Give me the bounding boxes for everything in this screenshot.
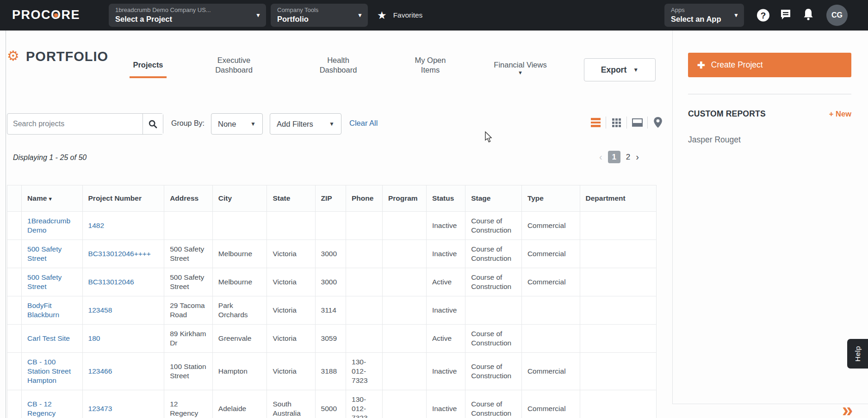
- number-link[interactable]: 123466: [88, 367, 112, 375]
- clear-all-link[interactable]: Clear All: [349, 119, 378, 128]
- pagination-prev-icon[interactable]: ‹: [599, 152, 602, 162]
- cell-type: Commercial: [521, 240, 580, 268]
- bell-icon[interactable]: [802, 8, 814, 23]
- number-link[interactable]: BC313012046++++: [88, 250, 151, 258]
- cell-stage: Course of Construction: [465, 353, 522, 390]
- apps-dropdown[interactable]: Apps Select an App ▼: [664, 4, 744, 27]
- add-filters-dropdown[interactable]: Add Filters ▼: [270, 113, 341, 135]
- cell-flag: [7, 296, 22, 325]
- tab-financial-views-label: Financial Views: [494, 61, 546, 69]
- column-header-phone[interactable]: Phone: [346, 185, 383, 212]
- column-header-status[interactable]: Status: [426, 185, 465, 212]
- tab-projects[interactable]: Projects: [127, 60, 169, 70]
- cell-status: Inactive: [426, 240, 465, 268]
- tab-health-dashboard[interactable]: Health Dashboard: [313, 55, 364, 75]
- cell-flag: [7, 212, 22, 240]
- table-row: 1Breadcrumb Demo1482InactiveCourse of Co…: [7, 212, 657, 240]
- cell-name: CB - 12 Regency: [22, 390, 82, 418]
- name-link[interactable]: BodyFit Blackburn: [27, 301, 59, 319]
- cell-number: 180: [82, 325, 164, 353]
- cell-zip: 3000: [315, 268, 346, 296]
- column-header-program[interactable]: Program: [382, 185, 426, 212]
- sidebar-section-divider: [688, 94, 851, 94]
- number-link[interactable]: 180: [88, 334, 100, 342]
- expand-chevrons-icon[interactable]: »: [842, 400, 853, 418]
- cell-address: [164, 212, 213, 240]
- column-header-zip[interactable]: ZIP: [315, 185, 346, 212]
- name-link[interactable]: 1Breadcrumb Demo: [27, 217, 70, 234]
- cell-phone: 130-012-7323: [346, 390, 383, 418]
- chat-icon[interactable]: [779, 8, 792, 23]
- name-link[interactable]: CB - 12 Regency: [27, 400, 56, 417]
- map-view-icon[interactable]: [652, 117, 664, 129]
- procore-logo[interactable]: PROCORE: [12, 8, 80, 22]
- cell-program: [382, 212, 426, 240]
- cell-type: Commercial: [521, 390, 580, 418]
- cell-status: Inactive: [426, 212, 465, 240]
- cell-phone: [346, 212, 383, 240]
- chevron-down-icon: ▼: [250, 121, 256, 127]
- number-link[interactable]: 123473: [88, 405, 112, 412]
- apps-label: Apps: [671, 6, 730, 14]
- tab-executive-dashboard[interactable]: Executive Dashboard: [207, 55, 260, 75]
- help-icon[interactable]: ?: [757, 9, 769, 22]
- cell-department: [580, 325, 657, 353]
- name-link[interactable]: Carl Test Site: [27, 334, 70, 342]
- company-tools-dropdown[interactable]: Company Tools Portfolio ▼: [271, 4, 368, 27]
- custom-reports-list: Jasper Rouget: [688, 135, 741, 145]
- cell-zip: 3059: [315, 325, 346, 353]
- number-link[interactable]: 1482: [88, 221, 104, 229]
- cell-city: Melbourne: [212, 240, 267, 268]
- tab-my-open-items[interactable]: My Open Items: [409, 55, 452, 75]
- cell-program: [382, 268, 426, 296]
- column-header-state[interactable]: State: [267, 185, 315, 212]
- avatar-initials: CG: [831, 11, 843, 19]
- column-header-number[interactable]: Project Number: [82, 185, 164, 212]
- name-link[interactable]: 500 Safety Street: [27, 245, 62, 262]
- column-header-address[interactable]: Address: [164, 185, 213, 212]
- tab-financial-views[interactable]: Financial Views ▼: [487, 60, 554, 75]
- pagination-next-icon[interactable]: ›: [636, 152, 639, 162]
- number-link[interactable]: BC313012046: [88, 278, 134, 286]
- new-report-link[interactable]: + New: [829, 110, 851, 118]
- column-header-stage[interactable]: Stage: [465, 185, 522, 212]
- cell-address: 500 Safety Street: [164, 240, 213, 268]
- favorites-button[interactable]: ★ Favorites: [377, 0, 422, 31]
- group-by-value: None: [218, 120, 236, 129]
- group-by-select[interactable]: None ▼: [211, 113, 263, 135]
- project-picker-company: 1breadcrumb Demo Company US...: [115, 6, 252, 14]
- cell-department: [580, 240, 657, 268]
- user-avatar[interactable]: CG: [826, 5, 848, 26]
- export-button[interactable]: Export ▼: [584, 58, 656, 81]
- cell-city: [212, 212, 267, 240]
- custom-report-item[interactable]: Jasper Rouget: [688, 135, 741, 145]
- cell-status: Inactive: [426, 296, 465, 325]
- column-header-city[interactable]: City: [212, 185, 267, 212]
- search-container: [7, 113, 163, 135]
- cell-type: [521, 296, 580, 325]
- cell-flag: [7, 240, 22, 268]
- pagination-page-1[interactable]: 1: [608, 151, 620, 163]
- cell-zip: 3000: [315, 240, 346, 268]
- create-project-button[interactable]: ✚ Create Project: [688, 53, 851, 77]
- column-header-name[interactable]: Name▼: [22, 185, 82, 212]
- column-header-department[interactable]: Department: [580, 185, 657, 212]
- card-view-icon[interactable]: [631, 117, 643, 129]
- grid-view-icon[interactable]: [610, 117, 622, 129]
- name-link[interactable]: 500 Safety Street: [27, 273, 62, 290]
- tool-settings-gear-icon[interactable]: ⚙: [7, 49, 19, 63]
- help-tab[interactable]: Help: [847, 339, 868, 369]
- column-header-type[interactable]: Type: [521, 185, 580, 212]
- sort-desc-icon: ▼: [48, 196, 53, 202]
- custom-reports-title: CUSTOM REPORTS: [688, 109, 766, 119]
- search-input[interactable]: [7, 114, 143, 134]
- project-picker-dropdown[interactable]: 1breadcrumb Demo Company US... Select a …: [109, 4, 266, 27]
- name-link[interactable]: CB - 100 Station Street Hampton: [27, 358, 71, 384]
- number-link[interactable]: 123458: [88, 306, 112, 314]
- table-header-row: Name▼Project NumberAddressCityStateZIPPh…: [7, 185, 657, 212]
- cell-status: Active: [426, 325, 465, 353]
- list-view-icon[interactable]: [589, 117, 601, 129]
- search-button[interactable]: [143, 114, 163, 134]
- cell-city: Park Orchards: [212, 296, 267, 325]
- pagination-page-2[interactable]: 2: [626, 153, 630, 162]
